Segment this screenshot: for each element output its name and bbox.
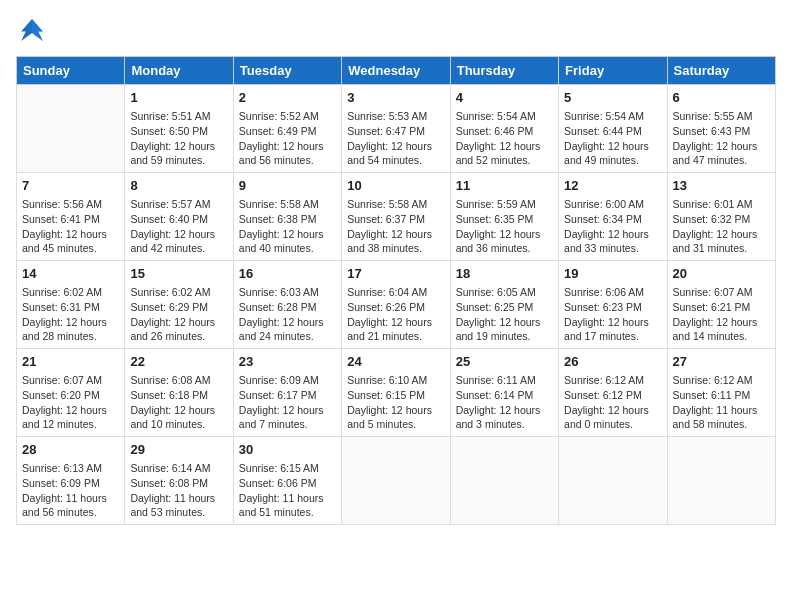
- day-number: 20: [673, 265, 770, 283]
- day-info: Daylight: 12 hours: [130, 139, 227, 154]
- day-number: 30: [239, 441, 336, 459]
- day-number: 19: [564, 265, 661, 283]
- calendar-week-5: 28Sunrise: 6:13 AMSunset: 6:09 PMDayligh…: [17, 437, 776, 525]
- day-info: Sunset: 6:46 PM: [456, 124, 553, 139]
- day-number: 15: [130, 265, 227, 283]
- day-number: 3: [347, 89, 444, 107]
- day-info: and 56 minutes.: [22, 505, 119, 520]
- day-info: Sunrise: 6:13 AM: [22, 461, 119, 476]
- calendar-cell: 12Sunrise: 6:00 AMSunset: 6:34 PMDayligh…: [559, 173, 667, 261]
- day-info: and 33 minutes.: [564, 241, 661, 256]
- day-number: 26: [564, 353, 661, 371]
- day-info: Daylight: 12 hours: [564, 139, 661, 154]
- day-info: and 52 minutes.: [456, 153, 553, 168]
- day-info: and 45 minutes.: [22, 241, 119, 256]
- day-info: and 28 minutes.: [22, 329, 119, 344]
- calendar-cell: 29Sunrise: 6:14 AMSunset: 6:08 PMDayligh…: [125, 437, 233, 525]
- day-info: Sunrise: 5:53 AM: [347, 109, 444, 124]
- day-info: Daylight: 12 hours: [564, 315, 661, 330]
- day-info: Daylight: 12 hours: [130, 227, 227, 242]
- day-info: and 51 minutes.: [239, 505, 336, 520]
- day-info: Daylight: 12 hours: [456, 139, 553, 154]
- day-info: Daylight: 12 hours: [347, 315, 444, 330]
- weekday-header-tuesday: Tuesday: [233, 57, 341, 85]
- calendar-cell: [667, 437, 775, 525]
- day-info: Sunrise: 6:10 AM: [347, 373, 444, 388]
- day-info: and 53 minutes.: [130, 505, 227, 520]
- day-info: Sunset: 6:08 PM: [130, 476, 227, 491]
- calendar-cell: 9Sunrise: 5:58 AMSunset: 6:38 PMDaylight…: [233, 173, 341, 261]
- day-info: Sunset: 6:17 PM: [239, 388, 336, 403]
- day-number: 14: [22, 265, 119, 283]
- day-info: Sunrise: 6:02 AM: [22, 285, 119, 300]
- calendar-cell: 14Sunrise: 6:02 AMSunset: 6:31 PMDayligh…: [17, 261, 125, 349]
- day-info: Sunset: 6:09 PM: [22, 476, 119, 491]
- day-info: Daylight: 12 hours: [239, 139, 336, 154]
- day-info: Sunset: 6:38 PM: [239, 212, 336, 227]
- day-info: and 49 minutes.: [564, 153, 661, 168]
- day-info: and 59 minutes.: [130, 153, 227, 168]
- day-info: and 0 minutes.: [564, 417, 661, 432]
- svg-marker-1: [32, 19, 43, 41]
- day-info: Sunset: 6:28 PM: [239, 300, 336, 315]
- day-info: Sunrise: 6:12 AM: [564, 373, 661, 388]
- weekday-header-friday: Friday: [559, 57, 667, 85]
- calendar-cell: 10Sunrise: 5:58 AMSunset: 6:37 PMDayligh…: [342, 173, 450, 261]
- day-info: Daylight: 12 hours: [347, 227, 444, 242]
- day-info: Daylight: 12 hours: [239, 227, 336, 242]
- weekday-header-row: SundayMondayTuesdayWednesdayThursdayFrid…: [17, 57, 776, 85]
- calendar-week-4: 21Sunrise: 6:07 AMSunset: 6:20 PMDayligh…: [17, 349, 776, 437]
- day-info: and 38 minutes.: [347, 241, 444, 256]
- day-info: and 54 minutes.: [347, 153, 444, 168]
- day-info: Sunrise: 5:57 AM: [130, 197, 227, 212]
- day-number: 10: [347, 177, 444, 195]
- day-number: 16: [239, 265, 336, 283]
- day-number: 28: [22, 441, 119, 459]
- day-info: Sunrise: 6:14 AM: [130, 461, 227, 476]
- day-number: 18: [456, 265, 553, 283]
- day-info: Sunset: 6:23 PM: [564, 300, 661, 315]
- day-info: Sunset: 6:29 PM: [130, 300, 227, 315]
- day-info: and 47 minutes.: [673, 153, 770, 168]
- day-info: and 14 minutes.: [673, 329, 770, 344]
- day-info: Sunrise: 5:58 AM: [347, 197, 444, 212]
- day-info: Sunrise: 6:12 AM: [673, 373, 770, 388]
- calendar-cell: 16Sunrise: 6:03 AMSunset: 6:28 PMDayligh…: [233, 261, 341, 349]
- calendar-cell: 4Sunrise: 5:54 AMSunset: 6:46 PMDaylight…: [450, 85, 558, 173]
- day-info: Sunrise: 6:00 AM: [564, 197, 661, 212]
- day-info: Sunset: 6:21 PM: [673, 300, 770, 315]
- day-info: Daylight: 12 hours: [347, 139, 444, 154]
- day-info: Sunset: 6:25 PM: [456, 300, 553, 315]
- day-info: Daylight: 12 hours: [564, 403, 661, 418]
- calendar-week-3: 14Sunrise: 6:02 AMSunset: 6:31 PMDayligh…: [17, 261, 776, 349]
- calendar-cell: 18Sunrise: 6:05 AMSunset: 6:25 PMDayligh…: [450, 261, 558, 349]
- day-info: and 42 minutes.: [130, 241, 227, 256]
- day-info: Sunrise: 6:02 AM: [130, 285, 227, 300]
- day-info: Sunset: 6:14 PM: [456, 388, 553, 403]
- day-number: 29: [130, 441, 227, 459]
- day-info: Daylight: 12 hours: [239, 315, 336, 330]
- day-number: 21: [22, 353, 119, 371]
- day-info: Daylight: 12 hours: [239, 403, 336, 418]
- day-info: Sunset: 6:32 PM: [673, 212, 770, 227]
- day-number: 8: [130, 177, 227, 195]
- day-info: Sunrise: 6:03 AM: [239, 285, 336, 300]
- day-info: Daylight: 11 hours: [22, 491, 119, 506]
- day-info: Daylight: 12 hours: [456, 315, 553, 330]
- calendar-table: SundayMondayTuesdayWednesdayThursdayFrid…: [16, 56, 776, 525]
- day-number: 27: [673, 353, 770, 371]
- calendar-week-2: 7Sunrise: 5:56 AMSunset: 6:41 PMDaylight…: [17, 173, 776, 261]
- day-number: 17: [347, 265, 444, 283]
- day-info: Daylight: 11 hours: [239, 491, 336, 506]
- day-number: 2: [239, 89, 336, 107]
- day-info: Daylight: 12 hours: [22, 227, 119, 242]
- calendar-cell: 6Sunrise: 5:55 AMSunset: 6:43 PMDaylight…: [667, 85, 775, 173]
- day-info: Sunset: 6:34 PM: [564, 212, 661, 227]
- day-info: Sunset: 6:12 PM: [564, 388, 661, 403]
- calendar-cell: 2Sunrise: 5:52 AMSunset: 6:49 PMDaylight…: [233, 85, 341, 173]
- day-info: and 26 minutes.: [130, 329, 227, 344]
- calendar-cell: 30Sunrise: 6:15 AMSunset: 6:06 PMDayligh…: [233, 437, 341, 525]
- day-info: Sunrise: 5:55 AM: [673, 109, 770, 124]
- day-number: 25: [456, 353, 553, 371]
- day-info: and 31 minutes.: [673, 241, 770, 256]
